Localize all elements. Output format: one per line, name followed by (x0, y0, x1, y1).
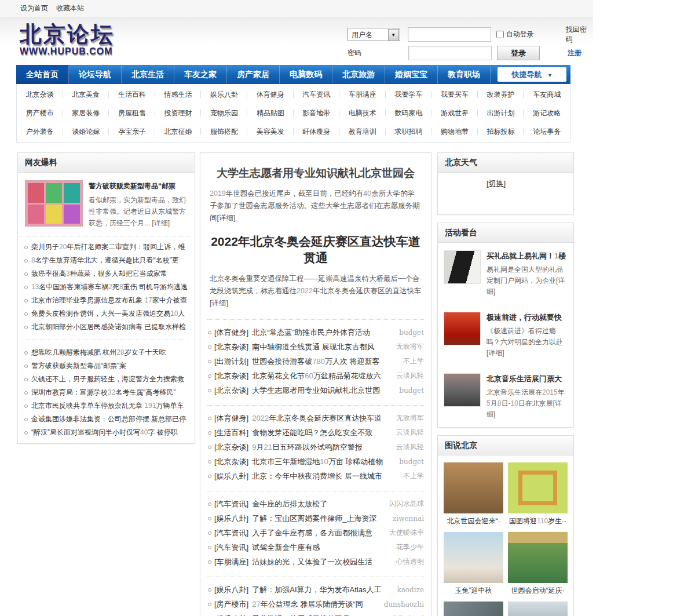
story-title[interactable]: 大学生志愿者用专业知识献礼北京世园会 (210, 166, 422, 181)
event-image[interactable] (444, 250, 481, 284)
photo-item[interactable]: 世园会启动“延庆· (508, 532, 568, 596)
thread-row[interactable]: [娱乐八卦] 爱美常识：使用感最棒的眼霜 shibaimei (200, 611, 431, 616)
photo-caption[interactable]: 北京世园会迎来“· (444, 516, 503, 526)
topbar-link[interactable]: 收藏本站 (56, 0, 84, 17)
subnav-item[interactable]: 投资理财 (155, 104, 202, 122)
subnav-item[interactable]: 娱乐八卦 (201, 85, 247, 104)
thread-row[interactable]: [车朋满座] 沾妹妹的光，又体验了一次校园生活 心情透明 (200, 555, 431, 569)
thread-category[interactable]: [娱乐八卦] (214, 614, 248, 616)
site-logo[interactable]: 北京论坛 WWW.HUPUB.COM (20, 23, 115, 56)
event-text[interactable]: 《极速前进》看得过瘾吗？六对明星的全力以赴[详细] (487, 326, 568, 359)
photo-item[interactable]: 北京：首批公务电· (508, 602, 568, 616)
thread-title[interactable]: 了解：加强AI算力，华为发布Atlas人工 (252, 585, 392, 595)
subnav-item[interactable]: 体育健身 (247, 85, 294, 104)
news-item[interactable]: 欠钱还不上，男子服药轻生，海淀警方全力搜索救 (24, 373, 189, 386)
thread-author[interactable]: 不上学 (403, 471, 424, 481)
thread-author[interactable]: 云淡风轻 (396, 371, 424, 381)
subnav-item[interactable]: 出游计划 (478, 104, 524, 122)
news-item[interactable]: 8名学生放弃清华北大，遵循兴趣比只看“名校”更 (24, 254, 189, 267)
nav-item[interactable]: 房产家居 (227, 65, 280, 84)
thread-author[interactable]: dunshaozhi (384, 600, 424, 608)
thread-title[interactable]: 北京：今年中秋夜消费增长 居一线城市 (252, 471, 398, 482)
subnav-item[interactable]: 情感生活 (155, 85, 202, 104)
nav-item[interactable]: 车友之家 (174, 65, 227, 84)
weather-switch-link[interactable]: [切换] (487, 179, 506, 188)
thread-category[interactable]: [汽车资讯] (214, 499, 248, 509)
thread-title[interactable]: 食物发芽还能吃吗？怎么吃安全不致 (252, 428, 392, 438)
nav-item[interactable]: 北京旅游 (332, 65, 385, 84)
thread-title[interactable]: 北京“常态蓝”助推市民户外体育活动 (252, 327, 394, 338)
photo-image[interactable] (508, 462, 568, 513)
thread-title[interactable]: 南中轴御道全线贯通 展现北京古都风 (252, 342, 392, 352)
subnav-item[interactable]: 户外装备 (17, 122, 63, 141)
thread-title[interactable]: 试驾全新金牛座有感 (252, 542, 392, 553)
subnav-item[interactable]: 我要买车 (431, 85, 478, 104)
auto-login-checkbox[interactable] (496, 31, 504, 38)
thread-author[interactable]: 无敌将军 (396, 342, 424, 352)
topbar-link[interactable]: 设为首页 (20, 0, 48, 17)
thread-row[interactable]: [房产楼市] 27年公益理念 雅居乐陆倩芳谈“同 dunshaozhi (200, 597, 431, 611)
thread-author[interactable]: 云淡风轻 (396, 442, 424, 452)
thread-row[interactable]: [北京杂谈] 北京市三年新增湿地10万亩 珍稀动植物 budget (200, 454, 431, 469)
subnav-item[interactable]: 车朋满座 (339, 85, 386, 104)
thread-row[interactable]: [体育健身] 2022年北京冬奥会延庆赛区直达快车道 无敌将军 (200, 411, 431, 425)
photo-item[interactable]: 北京世园会迎来“· (444, 462, 503, 526)
thread-title[interactable]: 了解：宝山区离婚案件律师_上海资深 (252, 513, 388, 524)
subnav-item[interactable]: 服饰搭配 (201, 122, 247, 141)
news-item[interactable]: 北京市民反映共享单车停放杂乱无章 191万辆单车 (24, 399, 189, 413)
photo-item[interactable]: 北京：公共交通全· (444, 602, 503, 616)
news-item[interactable]: 致癌率很高3种蔬菜，很多人却把它当成家常 (24, 267, 189, 280)
event-text[interactable]: 北京音乐生活展在2015年5月8日-10日在北京展[详细] (487, 387, 568, 420)
thread-title[interactable]: 大学生志愿者用专业知识献礼北京世园 (252, 385, 394, 396)
news-item[interactable]: 北京市治理毕业季房源信息发布乱象 17家中介被查 (24, 294, 189, 307)
thread-category[interactable]: [体育健身] (214, 327, 248, 338)
photo-caption[interactable]: 玉兔”迎中秋 (444, 586, 503, 596)
photo-image[interactable] (508, 602, 568, 616)
news-item[interactable]: 免费头皮检测作诱饵，大兴一美发店强迫交易10人 (24, 307, 189, 320)
thread-author[interactable]: 无敌将军 (396, 413, 424, 423)
news-item[interactable]: “醉汉”局长面对巡视询问半小时仅写40字 被停职 (24, 426, 189, 439)
event-image[interactable] (444, 373, 481, 407)
thread-author[interactable]: 心情透明 (396, 557, 424, 567)
thread-category[interactable]: [北京杂谈] (214, 457, 248, 467)
thread-title[interactable]: 沾妹妹的光，又体验了一次校园生活 (252, 557, 392, 567)
event-item[interactable]: 极速前进，行动就要快 《极速前进》看得过瘾吗？六对明星的全力以赴[详细] (438, 304, 573, 366)
thread-category[interactable]: [北京杂谈] (214, 371, 248, 381)
thread-row[interactable]: [北京杂谈] 9月21日五环路以外试鸣防空警报 云淡风轻 (200, 440, 431, 454)
subnav-item[interactable]: 电脑技术 (339, 104, 386, 122)
forgot-password-link[interactable]: 找回密码 (566, 25, 593, 45)
thread-title[interactable]: 27年公益理念 雅居乐陆倩芳谈“同 (252, 599, 379, 610)
story-text[interactable]: 2019年世园会已接近尾声，截至目前，已经约有40余所大学的学子参加了世园会志愿… (210, 188, 422, 224)
subnav-item[interactable]: 招标投标 (478, 122, 524, 141)
subnav-item[interactable]: 纤体瘦身 (294, 122, 340, 141)
thread-author[interactable]: ziwennai (393, 515, 424, 523)
featured-image[interactable] (25, 180, 83, 227)
nav-item[interactable]: 北京生活 (122, 65, 174, 84)
event-title[interactable]: 买礼品就上易礼网！1楼 (487, 251, 568, 261)
photo-image[interactable] (508, 532, 568, 583)
subnav-item[interactable]: 教育培训 (339, 122, 386, 141)
username-input[interactable] (408, 27, 491, 42)
username-type-select[interactable]: 用户名 ▼ (348, 28, 400, 41)
nav-item[interactable]: 婚姻宝宝 (385, 65, 438, 84)
thread-title[interactable]: 世园会接待游客破780万人次 将迎新客 (252, 356, 398, 367)
photo-item[interactable]: 国图将迎110岁生·· (508, 462, 568, 526)
thread-title[interactable]: 爱美常识：使用感最棒的眼霜 (252, 614, 385, 616)
subnav-item[interactable]: 改装养护 (478, 85, 524, 104)
news-item[interactable]: 想靠吃几颗酵素梅减肥 杭州28岁女子十天吃 (24, 346, 189, 359)
event-item[interactable]: 买礼品就上易礼网！1楼 易礼网是全国大型的礼品定制门户网站，为企业[详细] (438, 243, 573, 304)
photo-caption[interactable]: 世园会启动“延庆· (508, 586, 568, 596)
thread-author[interactable]: budget (399, 458, 424, 466)
thread-author[interactable]: 花季少年 (396, 542, 424, 552)
photo-image[interactable] (444, 602, 503, 616)
thread-author[interactable]: 天使暧昧率 (389, 528, 424, 538)
news-item[interactable]: 北京朝阳部分小区居民感染诺如病毒 已提取水样检 (24, 320, 189, 334)
thread-row[interactable]: [汽车资讯] 入手了金牛座有感，各方面都很满意 天使暧昧率 (200, 526, 431, 540)
thread-author[interactable]: 闪闪水晶球 (389, 499, 424, 509)
thread-author[interactable]: 云淡风轻 (396, 428, 424, 438)
event-title[interactable]: 极速前进，行动就要快 (487, 312, 568, 323)
thread-row[interactable]: [体育健身] 北京“常态蓝”助推市民户外体育活动 budget (200, 325, 431, 340)
news-item[interactable]: 警方破获贩卖新型毒品“邮票”案 (24, 359, 189, 373)
thread-author[interactable]: budget (399, 387, 424, 395)
thread-row[interactable]: [北京杂谈] 大学生志愿者用专业知识献礼北京世园 budget (200, 383, 431, 398)
